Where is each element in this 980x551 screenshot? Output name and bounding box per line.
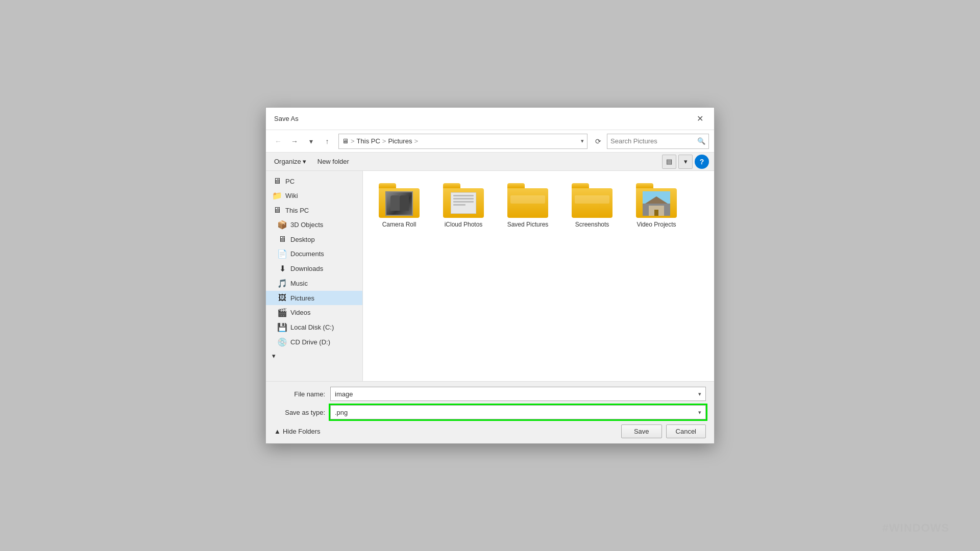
sidebar-item-more[interactable]: ▾ <box>266 349 362 362</box>
save-as-type-label: Save as type: <box>274 409 330 416</box>
file-grid: Camera Roll <box>371 179 706 232</box>
file-item-icloud-photos[interactable]: iCloud Photos <box>435 179 492 232</box>
windows-tag: #WINDOWS <box>883 521 949 535</box>
file-label-screenshots: Screenshots <box>575 221 609 228</box>
file-name-row: File name: image ▾ <box>274 387 706 401</box>
file-name-value: image <box>335 390 353 398</box>
dialog-title: Save As <box>274 115 299 122</box>
cancel-button[interactable]: Cancel <box>666 424 706 438</box>
breadcrumb-pc-icon: 🖥 <box>342 137 349 145</box>
pc-icon: 🖥 <box>272 177 282 186</box>
sidebar-item-label-videos: Videos <box>290 309 311 316</box>
footer-row: ▲ Hide Folders Save Cancel <box>274 424 706 438</box>
screenshots-folder-icon <box>572 183 612 218</box>
hide-folders-label: Hide Folders <box>283 428 321 435</box>
icloud-photos-folder-icon <box>443 183 484 218</box>
cd-drive-d-icon: 💿 <box>277 337 287 347</box>
breadcrumb-sep3: > <box>414 137 418 145</box>
view-button[interactable]: ▤ <box>662 155 676 169</box>
up-button[interactable]: ↑ <box>320 134 334 148</box>
sidebar-item-3d-objects[interactable]: 📦 3D Objects <box>266 217 362 232</box>
file-label-icloud-photos: iCloud Photos <box>445 221 483 228</box>
file-item-video-projects[interactable]: Video Projects <box>628 179 684 232</box>
sidebar-item-pictures[interactable]: 🖼 Pictures <box>266 291 362 305</box>
sidebar-item-label-pictures: Pictures <box>290 294 314 302</box>
downloads-icon: ⬇ <box>277 264 287 273</box>
organize-arrow-icon: ▾ <box>303 158 306 165</box>
file-label-video-projects: Video Projects <box>636 221 676 228</box>
sidebar-item-videos[interactable]: 🎬 Videos <box>266 305 362 320</box>
organize-button[interactable]: Organize ▾ <box>271 156 309 167</box>
file-item-camera-roll[interactable]: Camera Roll <box>371 179 427 232</box>
local-disk-c-icon: 💾 <box>277 322 287 332</box>
sidebar: 🖥 PC 📁 Wiki 🖥 This PC 📦 3D Objects 🖥 Des… <box>266 171 363 381</box>
3d-objects-icon: 📦 <box>277 220 287 230</box>
sidebar-item-label-wiki: Wiki <box>285 192 298 199</box>
view-dropdown-button[interactable]: ▾ <box>678 155 693 169</box>
sidebar-item-desktop[interactable]: 🖥 Desktop <box>266 232 362 246</box>
sidebar-item-label-cd-drive-d: CD Drive (D:) <box>290 338 330 346</box>
search-bar[interactable]: 🔍 <box>607 134 709 149</box>
search-input[interactable] <box>610 137 697 145</box>
hide-folders-icon: ▲ <box>274 428 281 435</box>
breadcrumb-pictures: Pictures <box>388 137 412 145</box>
sidebar-item-label-documents: Documents <box>290 250 324 258</box>
main-area: 🖥 PC 📁 Wiki 🖥 This PC 📦 3D Objects 🖥 Des… <box>266 171 714 381</box>
file-item-saved-pictures[interactable]: Saved Pictures <box>500 179 556 232</box>
documents-icon: 📄 <box>277 249 287 259</box>
sidebar-item-label-music: Music <box>290 280 308 287</box>
hide-folders-button[interactable]: ▲ Hide Folders <box>274 428 321 435</box>
camera-roll-folder-icon <box>379 183 420 218</box>
title-bar: Save As ✕ <box>266 108 714 130</box>
sidebar-item-pc[interactable]: 🖥 PC <box>266 174 362 188</box>
refresh-button[interactable]: ⟳ <box>592 135 605 148</box>
sidebar-item-label-desktop: Desktop <box>290 236 315 243</box>
save-as-type-row: Save as type: .png ▾ <box>274 405 706 419</box>
video-projects-folder-icon <box>636 183 677 218</box>
dropdown-button[interactable]: ▾ <box>304 134 318 148</box>
address-dropdown-button[interactable]: ▾ <box>581 138 584 144</box>
file-label-camera-roll: Camera Roll <box>382 221 416 228</box>
sidebar-item-downloads[interactable]: ⬇ Downloads <box>266 261 362 276</box>
save-as-type-value: .png <box>335 409 348 416</box>
breadcrumb-sep2: > <box>382 137 386 145</box>
this-pc-icon: 🖥 <box>272 206 282 215</box>
forward-button[interactable]: → <box>287 134 302 148</box>
navigation-toolbar: ← → ▾ ↑ 🖥 > This PC > Pictures > ▾ ⟳ 🔍 <box>266 130 714 153</box>
save-as-type-input[interactable]: .png ▾ <box>330 405 706 419</box>
close-button[interactable]: ✕ <box>693 112 707 126</box>
sidebar-item-documents[interactable]: 📄 Documents <box>266 246 362 261</box>
address-bar[interactable]: 🖥 > This PC > Pictures > ▾ <box>338 134 587 149</box>
help-button[interactable]: ? <box>695 155 709 169</box>
organize-toolbar: Organize ▾ New folder ▤ ▾ ? <box>266 153 714 171</box>
sidebar-item-label-this-pc: This PC <box>285 207 309 214</box>
bottom-area: File name: image ▾ Save as type: .png ▾ … <box>266 381 714 443</box>
file-label-saved-pictures: Saved Pictures <box>507 221 549 228</box>
saved-pictures-folder-icon <box>507 183 548 218</box>
sidebar-item-wiki[interactable]: 📁 Wiki <box>266 188 362 203</box>
sidebar-item-music[interactable]: 🎵 Music <box>266 276 362 291</box>
organize-label: Organize <box>274 158 301 165</box>
wiki-icon: 📁 <box>272 191 282 201</box>
desktop-icon: 🖥 <box>277 235 287 244</box>
videos-icon: 🎬 <box>277 308 287 317</box>
more-icon: ▾ <box>272 352 276 360</box>
file-name-label: File name: <box>274 390 330 398</box>
save-cancel-area: Save Cancel <box>621 424 706 438</box>
sidebar-item-this-pc[interactable]: 🖥 This PC <box>266 203 362 217</box>
sidebar-item-cd-drive-d[interactable]: 💿 CD Drive (D:) <box>266 335 362 349</box>
sidebar-item-label-pc: PC <box>285 178 295 185</box>
back-button[interactable]: ← <box>271 134 285 148</box>
file-name-input[interactable]: image ▾ <box>330 387 706 401</box>
breadcrumb-sep1: > <box>351 137 355 145</box>
save-as-dialog: Save As ✕ ← → ▾ ↑ 🖥 > This PC > Pictures… <box>265 107 715 444</box>
save-button[interactable]: Save <box>621 424 662 438</box>
music-icon: 🎵 <box>277 279 287 288</box>
breadcrumb: 🖥 > This PC > Pictures > <box>342 137 581 145</box>
new-folder-button[interactable]: New folder <box>313 156 353 167</box>
save-as-type-dropdown-icon: ▾ <box>698 409 701 416</box>
sidebar-item-local-disk-c[interactable]: 💾 Local Disk (C:) <box>266 320 362 335</box>
file-item-screenshots[interactable]: Screenshots <box>564 179 620 232</box>
search-icon: 🔍 <box>697 137 705 145</box>
sidebar-item-label-downloads: Downloads <box>290 265 323 272</box>
